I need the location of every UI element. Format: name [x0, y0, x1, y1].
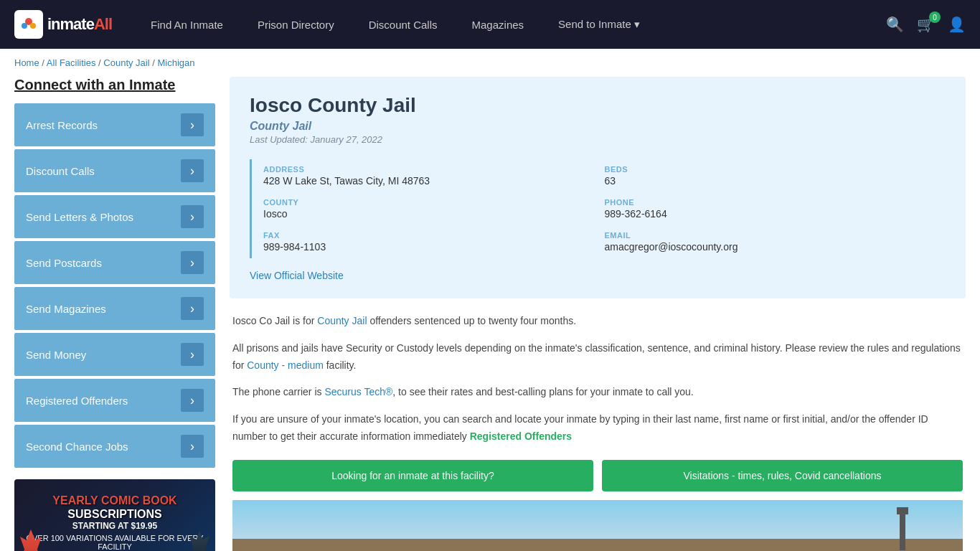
chevron-right-icon: ›	[181, 435, 204, 458]
email-label: EMAIL	[605, 231, 946, 240]
sidebar-label-second-chance-jobs: Second Chance Jobs	[26, 441, 128, 453]
sidebar-item-send-postcards[interactable]: Send Postcards ›	[14, 241, 215, 284]
facility-type: County Jail	[250, 120, 946, 133]
chevron-right-icon: ›	[181, 251, 204, 274]
sidebar-label-send-magazines: Send Magazines	[26, 303, 106, 315]
sidebar-item-arrest-records[interactable]: Arrest Records ›	[14, 103, 215, 146]
email-value: amacgregor@ioscocounty.org	[605, 241, 946, 253]
phone-value: 989-362-6164	[605, 208, 946, 220]
detail-address: ADDRESS 428 W Lake St, Tawas City, MI 48…	[263, 159, 605, 192]
facility-photo	[232, 500, 963, 551]
nav-icons: 🔍 🛒 0 👤	[886, 16, 966, 33]
nav-prison-directory[interactable]: Prison Directory	[240, 0, 352, 49]
photo-sky	[232, 500, 963, 539]
official-website-link[interactable]: View Official Website	[250, 270, 344, 281]
search-icon[interactable]: 🔍	[886, 16, 904, 33]
facility-details: ADDRESS 428 W Lake St, Tawas City, MI 48…	[250, 159, 946, 258]
description-para1: Iosco Co Jail is for County Jail offende…	[232, 313, 963, 330]
county-label: COUNTY	[263, 198, 605, 207]
sidebar-title: Connect with an Inmate	[14, 77, 215, 93]
facility-card: Iosco County Jail County Jail Last Updat…	[230, 77, 966, 298]
sidebar-label-registered-offenders: Registered Offenders	[26, 395, 128, 407]
svg-point-1	[22, 23, 27, 29]
fax-label: FAX	[263, 231, 605, 240]
sidebar-label-send-letters: Send Letters & Photos	[26, 211, 133, 223]
securus-tech-link[interactable]: Securus Tech®	[324, 386, 392, 397]
sidebar-item-send-magazines[interactable]: Send Magazines ›	[14, 287, 215, 330]
facility-updated: Last Updated: January 27, 2022	[250, 134, 946, 145]
logo[interactable]: inmateAll	[14, 10, 112, 39]
visitations-button[interactable]: Visitations - times, rules, Covid cancel…	[602, 460, 963, 491]
detail-county: COUNTY Iosco	[263, 192, 605, 225]
nav-find-inmate[interactable]: Find An Inmate	[133, 0, 240, 49]
facility-name: Iosco County Jail	[250, 94, 946, 117]
sidebar-item-second-chance-jobs[interactable]: Second Chance Jobs ›	[14, 425, 215, 468]
breadcrumb-home[interactable]: Home	[14, 57, 39, 68]
chevron-right-icon: ›	[181, 159, 204, 182]
chevron-right-icon: ›	[181, 343, 204, 366]
chevron-right-icon: ›	[181, 389, 204, 412]
registered-offenders-link[interactable]: Registered Offenders	[470, 430, 572, 442]
logo-text: inmateAll	[47, 15, 112, 34]
ad-subtitle: OVER 100 VARIATIONS AVAILABLE FOR EVERY …	[22, 534, 208, 551]
nav-magazines[interactable]: Magazines	[455, 0, 542, 49]
logo-icon	[14, 10, 43, 39]
county-value: Iosco	[263, 208, 605, 220]
user-icon[interactable]: 👤	[948, 16, 966, 33]
description-section: Iosco Co Jail is for County Jail offende…	[230, 313, 966, 551]
fax-value: 989-984-1103	[263, 241, 605, 253]
address-value: 428 W Lake St, Tawas City, MI 48763	[263, 175, 605, 187]
breadcrumb: Home / All Facilities / County Jail / Mi…	[0, 49, 980, 77]
description-para2: All prisons and jails have Security or C…	[232, 340, 963, 375]
county-jail-link[interactable]: County Jail	[317, 315, 367, 326]
nav-send-to-inmate[interactable]: Send to Inmate ▾	[541, 0, 657, 49]
svg-point-2	[30, 23, 36, 29]
action-buttons: Looking for an inmate at this facility? …	[232, 460, 963, 491]
ad-title-line1: YEARLY COMIC BOOK SUBSCRIPTIONS	[52, 494, 176, 521]
chevron-right-icon: ›	[181, 113, 204, 136]
cart-icon[interactable]: 🛒 0	[917, 16, 935, 33]
photo-ground	[232, 539, 963, 551]
beds-label: BEDS	[605, 165, 946, 174]
sidebar-item-registered-offenders[interactable]: Registered Offenders ›	[14, 379, 215, 422]
breadcrumb-all-facilities[interactable]: All Facilities	[47, 57, 96, 68]
find-inmate-button[interactable]: Looking for an inmate at this facility?	[232, 460, 593, 491]
county-medium-link[interactable]: County - medium	[247, 359, 324, 371]
sidebar-label-arrest-records: Arrest Records	[26, 119, 98, 131]
sidebar: Connect with an Inmate Arrest Records › …	[14, 77, 215, 551]
description-para4: If you are unsure of your inmate's locat…	[232, 411, 963, 446]
main-content: Iosco County Jail County Jail Last Updat…	[230, 77, 966, 551]
chevron-right-icon: ›	[181, 297, 204, 320]
breadcrumb-county-jail[interactable]: County Jail	[103, 57, 149, 68]
breadcrumb-michigan[interactable]: Michigan	[157, 57, 194, 68]
detail-email: EMAIL amacgregor@ioscocounty.org	[605, 225, 946, 258]
description-para3: The phone carrier is Securus Tech®, to s…	[232, 384, 963, 401]
detail-beds: BEDS 63	[605, 159, 946, 192]
sidebar-item-send-money[interactable]: Send Money ›	[14, 333, 215, 376]
detail-fax: FAX 989-984-1103	[263, 225, 605, 258]
chevron-right-icon: ›	[181, 205, 204, 228]
beds-value: 63	[605, 175, 946, 187]
main-container: Connect with an Inmate Arrest Records › …	[0, 77, 980, 551]
ad-price: STARTING AT $19.95	[72, 521, 157, 531]
sidebar-label-send-postcards: Send Postcards	[26, 257, 102, 269]
detail-phone: PHONE 989-362-6164	[605, 192, 946, 225]
cart-count: 0	[929, 11, 941, 23]
sidebar-label-discount-calls: Discount Calls	[26, 165, 95, 177]
sidebar-item-discount-calls[interactable]: Discount Calls ›	[14, 149, 215, 192]
phone-label: PHONE	[605, 198, 946, 207]
sidebar-item-send-letters[interactable]: Send Letters & Photos ›	[14, 195, 215, 238]
nav-discount-calls[interactable]: Discount Calls	[352, 0, 455, 49]
nav-links: Find An Inmate Prison Directory Discount…	[133, 0, 886, 49]
sidebar-label-send-money: Send Money	[26, 349, 86, 361]
tower-silhouette	[900, 514, 905, 550]
navbar: inmateAll Find An Inmate Prison Director…	[0, 0, 980, 49]
sidebar-advertisement[interactable]: YEARLY COMIC BOOK SUBSCRIPTIONS STARTING…	[14, 479, 215, 551]
address-label: ADDRESS	[263, 165, 605, 174]
